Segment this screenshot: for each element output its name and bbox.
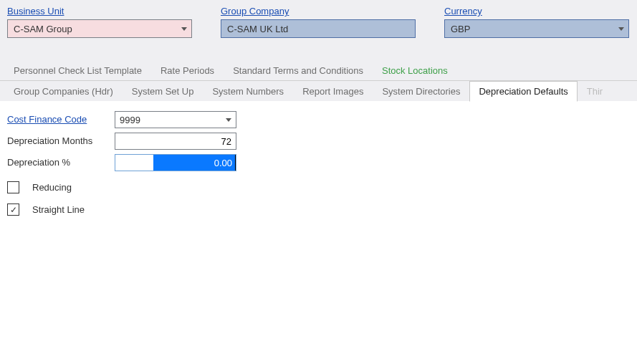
depreciation-percent-label: Depreciation % xyxy=(7,154,115,168)
group-company-label[interactable]: Group Company xyxy=(221,6,416,16)
business-unit-combo[interactable]: C-SAM Group xyxy=(7,19,192,38)
row-depreciation-percent: Depreciation % 0.00 xyxy=(7,154,630,171)
straight-line-label: Straight Line xyxy=(32,204,85,215)
currency-combo[interactable]: GBP xyxy=(444,19,629,38)
chevron-down-icon xyxy=(618,27,624,31)
tab-system-numbers[interactable]: System Numbers xyxy=(203,81,293,102)
currency-value: GBP xyxy=(451,24,470,34)
depreciation-percent-value: 0.00 xyxy=(153,155,235,171)
cost-finance-code-combo[interactable]: 9999 xyxy=(115,111,236,128)
chevron-down-icon xyxy=(226,118,231,122)
tab-depreciation-defaults[interactable]: Depreciation Defaults xyxy=(469,81,577,102)
row-cost-finance-code: Cost Finance Code 9999 xyxy=(7,111,630,128)
chevron-down-icon xyxy=(181,27,187,31)
depreciation-percent-input[interactable]: 0.00 xyxy=(115,154,236,171)
currency-label[interactable]: Currency xyxy=(444,6,629,16)
depreciation-defaults-panel: Cost Finance Code 9999 Depreciation Mont… xyxy=(0,101,637,231)
tab-row-2: Group Companies (Hdr) System Set Up Syst… xyxy=(0,81,637,101)
tab-rate-periods[interactable]: Rate Periods xyxy=(151,60,224,81)
row-depreciation-months: Depreciation Months xyxy=(7,133,630,150)
tab-group-companies[interactable]: Group Companies (Hdr) xyxy=(4,81,123,102)
tab-system-directories[interactable]: System Directories xyxy=(373,81,469,102)
business-unit-value: C-SAM Group xyxy=(14,24,72,34)
header-bar: Business Unit C-SAM Group Group Company … xyxy=(0,0,637,60)
business-unit-group: Business Unit C-SAM Group xyxy=(7,6,192,38)
reducing-label: Reducing xyxy=(32,182,72,193)
business-unit-label[interactable]: Business Unit xyxy=(7,6,192,16)
group-company-combo[interactable]: C-SAM UK Ltd xyxy=(221,19,416,38)
tab-stock-locations[interactable]: Stock Locations xyxy=(373,60,457,81)
tab-standard-terms[interactable]: Standard Terms and Conditions xyxy=(224,60,373,81)
depreciation-months-label: Depreciation Months xyxy=(7,133,115,146)
tab-strip: Personnel Check List Template Rate Perio… xyxy=(0,60,637,101)
tab-personnel-checklist[interactable]: Personnel Check List Template xyxy=(4,60,151,81)
row-reducing: Reducing xyxy=(7,181,630,193)
reducing-checkbox[interactable] xyxy=(7,181,19,193)
currency-group: Currency GBP xyxy=(444,6,629,38)
cost-finance-code-label[interactable]: Cost Finance Code xyxy=(7,114,87,125)
group-company-value: C-SAM UK Ltd xyxy=(227,24,288,34)
depreciation-months-input[interactable] xyxy=(115,133,236,150)
tab-system-setup[interactable]: System Set Up xyxy=(123,81,203,102)
straight-line-checkbox[interactable]: ✓ xyxy=(7,203,19,216)
cost-finance-code-value: 9999 xyxy=(120,115,140,125)
tab-row-1: Personnel Check List Template Rate Perio… xyxy=(0,60,637,81)
tab-truncated[interactable]: Thir xyxy=(578,81,612,102)
tab-report-images[interactable]: Report Images xyxy=(293,81,373,102)
group-company-group: Group Company C-SAM UK Ltd xyxy=(221,6,416,38)
row-straight-line: ✓ Straight Line xyxy=(7,203,630,216)
text-caret-icon xyxy=(235,155,236,171)
